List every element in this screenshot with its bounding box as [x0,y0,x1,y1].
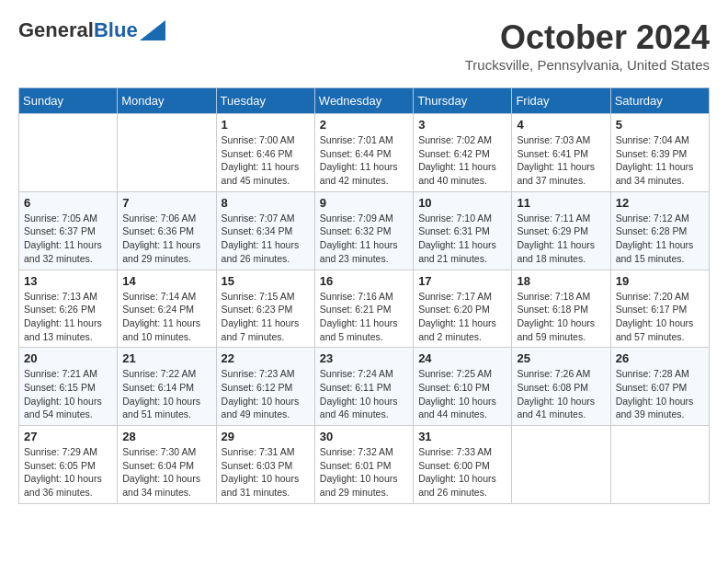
day-number: 6 [24,196,112,210]
day-number: 8 [222,196,310,210]
calendar-cell: 11 Sunrise: 7:11 AMSunset: 6:29 PMDaylig… [512,191,610,270]
calendar-cell: 6 Sunrise: 7:05 AMSunset: 6:37 PMDayligh… [19,191,118,270]
day-info: Sunrise: 7:11 AMSunset: 6:29 PMDaylight:… [517,213,595,264]
calendar-cell: 12 Sunrise: 7:12 AMSunset: 6:28 PMDaylig… [610,191,709,270]
day-info: Sunrise: 7:23 AMSunset: 6:12 PMDaylight:… [222,368,300,419]
weekday-header: Tuesday [216,88,314,114]
day-info: Sunrise: 7:06 AMSunset: 6:36 PMDaylight:… [122,213,200,264]
day-info: Sunrise: 7:22 AMSunset: 6:14 PMDaylight:… [122,368,200,419]
day-info: Sunrise: 7:14 AMSunset: 6:24 PMDaylight:… [122,291,200,342]
day-info: Sunrise: 7:01 AMSunset: 6:44 PMDaylight:… [320,134,398,186]
calendar-cell: 23 Sunrise: 7:24 AMSunset: 6:11 PMDaylig… [314,348,413,426]
calendar-cell: 16 Sunrise: 7:16 AMSunset: 6:21 PMDaylig… [314,270,413,348]
day-info: Sunrise: 7:04 AMSunset: 6:39 PMDaylight:… [616,134,694,186]
calendar-cell: 13 Sunrise: 7:13 AMSunset: 6:26 PMDaylig… [19,270,118,348]
day-number: 10 [418,196,506,210]
calendar-table: SundayMondayTuesdayWednesdayThursdayFrid… [18,87,710,504]
day-number: 31 [418,430,506,443]
day-info: Sunrise: 7:31 AMSunset: 6:03 PMDaylight:… [222,446,300,498]
day-info: Sunrise: 7:09 AMSunset: 6:32 PMDaylight:… [320,213,398,264]
day-info: Sunrise: 7:00 AMSunset: 6:46 PMDaylight:… [222,134,300,186]
logo-icon [140,20,165,40]
day-info: Sunrise: 7:15 AMSunset: 6:23 PMDaylight:… [222,291,300,342]
day-number: 29 [222,430,310,443]
calendar-cell: 22 Sunrise: 7:23 AMSunset: 6:12 PMDaylig… [216,348,314,426]
calendar-cell: 21 Sunrise: 7:22 AMSunset: 6:14 PMDaylig… [118,348,216,426]
day-info: Sunrise: 7:30 AMSunset: 6:04 PMDaylight:… [122,446,200,498]
day-number: 4 [517,118,605,132]
day-info: Sunrise: 7:21 AMSunset: 6:15 PMDaylight:… [24,368,102,419]
day-info: Sunrise: 7:16 AMSunset: 6:21 PMDaylight:… [320,291,398,342]
day-info: Sunrise: 7:25 AMSunset: 6:10 PMDaylight:… [418,368,496,419]
day-number: 1 [222,118,310,132]
day-info: Sunrise: 7:12 AMSunset: 6:28 PMDaylight:… [616,213,694,264]
calendar-cell: 19 Sunrise: 7:20 AMSunset: 6:17 PMDaylig… [610,270,709,348]
day-info: Sunrise: 7:10 AMSunset: 6:31 PMDaylight:… [418,213,496,264]
day-info: Sunrise: 7:24 AMSunset: 6:11 PMDaylight:… [320,368,398,419]
day-number: 20 [24,351,112,365]
weekday-header: Thursday [414,88,512,114]
weekday-header: Friday [512,88,610,114]
calendar-week-row: 13 Sunrise: 7:13 AMSunset: 6:26 PMDaylig… [19,270,710,348]
day-info: Sunrise: 7:18 AMSunset: 6:18 PMDaylight:… [517,291,595,342]
calendar-cell: 17 Sunrise: 7:17 AMSunset: 6:20 PMDaylig… [414,270,512,348]
day-info: Sunrise: 7:32 AMSunset: 6:01 PMDaylight:… [320,446,398,498]
day-number: 2 [320,118,408,132]
calendar-week-row: 20 Sunrise: 7:21 AMSunset: 6:15 PMDaylig… [19,348,710,426]
day-number: 28 [122,430,210,443]
day-info: Sunrise: 7:02 AMSunset: 6:42 PMDaylight:… [418,134,496,186]
calendar-cell [610,426,709,504]
calendar-cell: 9 Sunrise: 7:09 AMSunset: 6:32 PMDayligh… [314,191,413,270]
calendar-cell: 5 Sunrise: 7:04 AMSunset: 6:39 PMDayligh… [610,114,709,192]
calendar-cell: 2 Sunrise: 7:01 AMSunset: 6:44 PMDayligh… [314,114,413,192]
day-number: 5 [616,118,704,132]
page-header: GeneralBlue October 2024 Trucksville, Pe… [18,18,710,73]
day-number: 22 [222,351,310,365]
weekday-header: Saturday [610,88,709,114]
calendar-week-row: 27 Sunrise: 7:29 AMSunset: 6:05 PMDaylig… [19,426,710,504]
calendar-cell: 31 Sunrise: 7:33 AMSunset: 6:00 PMDaylig… [414,426,512,504]
calendar-cell: 15 Sunrise: 7:15 AMSunset: 6:23 PMDaylig… [216,270,314,348]
day-number: 19 [616,274,704,288]
day-number: 12 [616,196,704,210]
day-number: 16 [320,274,408,288]
calendar-cell: 30 Sunrise: 7:32 AMSunset: 6:01 PMDaylig… [314,426,413,504]
calendar-cell: 7 Sunrise: 7:06 AMSunset: 6:36 PMDayligh… [118,191,216,270]
calendar-cell: 20 Sunrise: 7:21 AMSunset: 6:15 PMDaylig… [19,348,118,426]
day-info: Sunrise: 7:29 AMSunset: 6:05 PMDaylight:… [24,446,102,498]
calendar-cell: 3 Sunrise: 7:02 AMSunset: 6:42 PMDayligh… [414,114,512,192]
day-number: 15 [222,274,310,288]
title-block: October 2024 Trucksville, Pennsylvania, … [465,18,710,73]
calendar-cell: 25 Sunrise: 7:26 AMSunset: 6:08 PMDaylig… [512,348,610,426]
day-number: 9 [320,196,408,210]
day-info: Sunrise: 7:33 AMSunset: 6:00 PMDaylight:… [418,446,496,498]
calendar-cell: 18 Sunrise: 7:18 AMSunset: 6:18 PMDaylig… [512,270,610,348]
calendar-cell: 28 Sunrise: 7:30 AMSunset: 6:04 PMDaylig… [118,426,216,504]
day-info: Sunrise: 7:07 AMSunset: 6:34 PMDaylight:… [222,213,300,264]
day-number: 30 [320,430,408,443]
day-number: 11 [517,196,605,210]
day-info: Sunrise: 7:17 AMSunset: 6:20 PMDaylight:… [418,291,496,342]
calendar-week-row: 1 Sunrise: 7:00 AMSunset: 6:46 PMDayligh… [19,114,710,192]
calendar-cell: 24 Sunrise: 7:25 AMSunset: 6:10 PMDaylig… [414,348,512,426]
day-number: 14 [122,274,210,288]
weekday-header: Monday [118,88,216,114]
day-number: 25 [517,351,605,365]
day-info: Sunrise: 7:05 AMSunset: 6:37 PMDaylight:… [24,213,102,264]
calendar-cell: 14 Sunrise: 7:14 AMSunset: 6:24 PMDaylig… [118,270,216,348]
day-number: 27 [24,430,112,443]
calendar-cell [118,114,216,192]
weekday-header-row: SundayMondayTuesdayWednesdayThursdayFrid… [19,88,710,114]
day-info: Sunrise: 7:03 AMSunset: 6:41 PMDaylight:… [517,134,595,186]
month-title: October 2024 [465,18,710,57]
day-info: Sunrise: 7:20 AMSunset: 6:17 PMDaylight:… [616,291,694,342]
day-number: 13 [24,274,112,288]
calendar-cell [19,114,118,192]
day-number: 18 [517,274,605,288]
calendar-cell: 29 Sunrise: 7:31 AMSunset: 6:03 PMDaylig… [216,426,314,504]
day-info: Sunrise: 7:28 AMSunset: 6:07 PMDaylight:… [616,368,694,419]
day-number: 7 [122,196,210,210]
calendar-cell: 10 Sunrise: 7:10 AMSunset: 6:31 PMDaylig… [414,191,512,270]
location-subtitle: Trucksville, Pennsylvania, United States [465,57,710,73]
calendar-week-row: 6 Sunrise: 7:05 AMSunset: 6:37 PMDayligh… [19,191,710,270]
